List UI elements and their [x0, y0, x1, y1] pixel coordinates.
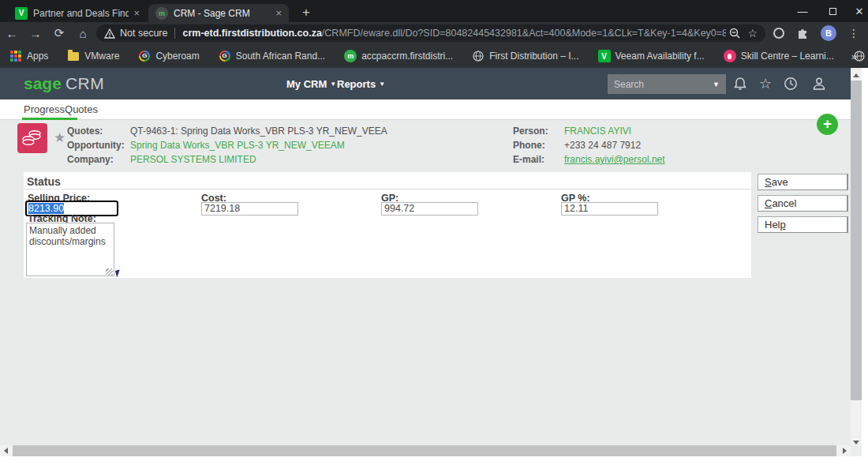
new-tab-button[interactable]: +	[297, 3, 316, 22]
bookmark-veeam[interactable]: V Veeam Availability f...	[598, 50, 705, 62]
quotes-label: Quotes:	[67, 124, 103, 138]
apps-grid-icon	[9, 50, 22, 62]
page-bottom-strip	[0, 456, 862, 465]
profile-avatar[interactable]: B	[821, 25, 836, 41]
bookmark-accpaccrm[interactable]: m accpaccrm.firstdistri...	[344, 50, 453, 62]
scroll-up-icon[interactable]	[853, 73, 859, 77]
recent-clock-icon[interactable]	[783, 76, 799, 92]
close-tab-icon[interactable]: ×	[133, 7, 140, 19]
crm-tab-row: ProgressQuotes	[0, 99, 851, 120]
tab-title: Partner and Deals Finder	[33, 8, 129, 19]
url-text[interactable]: crm-etd.firstdistribution.co.za/CRMFD/ew…	[182, 28, 726, 39]
crm-logo-text: CRM	[65, 74, 104, 92]
menu-reports[interactable]: Reports▼	[337, 78, 385, 90]
extension-icon[interactable]	[773, 28, 784, 39]
person-link[interactable]: FRANCIS AYIVI	[564, 124, 631, 138]
tab-progressquotes[interactable]: ProgressQuotes	[24, 103, 98, 115]
zoom-out-page-icon[interactable]	[729, 28, 741, 39]
close-tab-icon[interactable]: ×	[275, 7, 282, 19]
help-button[interactable]: Help	[758, 216, 848, 233]
search-input[interactable]: Search ▼	[608, 74, 726, 94]
quote-coins-icon	[17, 123, 47, 153]
favorite-star-icon[interactable]: ★	[54, 129, 65, 146]
browser-tab-partner-deals[interactable]: V Partner and Deals Finder ×	[8, 4, 147, 22]
resize-handle[interactable]	[106, 268, 113, 276]
phone-label: Phone:	[513, 138, 545, 152]
phone-value: +233 24 487 7912	[564, 138, 641, 152]
save-button[interactable]: Save	[758, 174, 848, 190]
email-label: E-mail:	[513, 152, 544, 167]
browser-tabstrip: V Partner and Deals Finder × m CRM - Sag…	[0, 0, 868, 22]
opportunity-link[interactable]: Spring Data Works_VBR PLS-3 YR_NEW_VEEAM	[130, 138, 345, 152]
add-new-button[interactable]: +	[817, 114, 838, 135]
address-bar[interactable]: Not secure crm-etd.firstdistribution.co.…	[96, 24, 765, 42]
person-label: Person:	[513, 124, 548, 138]
window-close-button[interactable]: ✕	[846, 0, 868, 22]
gp-percent-input[interactable]: 12.11	[561, 202, 658, 216]
sage-logo-text: sage	[24, 74, 62, 92]
bookmark-south-african-rand[interactable]: South African Rand...	[219, 50, 325, 62]
button-text: ancel	[772, 197, 796, 209]
url-path: /CRMFD/eware.dll/Do?SID=80482445432981&A…	[322, 28, 727, 39]
button-accesskey: C	[765, 197, 772, 209]
bookmark-cyberoam[interactable]: Cyberoam	[138, 50, 199, 62]
browser-window: V Partner and Deals Finder × m CRM - Sag…	[0, 0, 868, 465]
cancel-button[interactable]: Cancel	[758, 195, 848, 212]
browser-tab-crm-active[interactable]: m CRM - Sage CRM ×	[148, 4, 289, 22]
bookmark-label: accpaccrm.firstdistri...	[361, 51, 453, 62]
bookmark-skill-centre[interactable]: Skill Centre – Learni...	[724, 50, 834, 62]
accpac-favicon-icon: m	[344, 50, 357, 62]
button-text: ave	[772, 176, 788, 188]
email-link[interactable]: francis.ayivi@persol.net	[564, 152, 665, 167]
google-icon	[219, 50, 231, 62]
company-label: Company:	[67, 152, 114, 167]
notifications-bell-icon[interactable]	[732, 76, 748, 92]
panel-title: Status	[27, 175, 61, 188]
tracking-note-textarea[interactable]: Manually added discounts/margins	[26, 223, 114, 276]
chevron-down-icon: ▼	[330, 81, 336, 88]
scroll-right-icon[interactable]	[843, 448, 847, 454]
bookmark-apps[interactable]: Apps	[9, 50, 48, 62]
vertical-scrollbar-thumb[interactable]	[851, 81, 862, 400]
home-icon[interactable]: ⌂	[71, 27, 95, 40]
not-secure-warning-icon[interactable]	[104, 28, 115, 39]
crm-favicon-icon: m	[155, 7, 168, 20]
browser-menu-icon[interactable]: ⋮	[848, 27, 859, 39]
back-icon[interactable]: ←	[0, 27, 24, 40]
skill-centre-favicon-icon	[724, 50, 736, 62]
company-link[interactable]: PERSOL SYSTEMS LIMITED	[130, 152, 256, 167]
chevron-down-icon[interactable]: ▼	[713, 81, 720, 88]
quote-context-banner: ★ Quotes: QT-9463-1: Spring Data Works_V…	[0, 121, 851, 172]
forward-icon[interactable]: →	[24, 27, 47, 40]
bookmarks-overflow-button[interactable]: »	[851, 51, 857, 62]
window-minimize-button[interactable]: —	[789, 0, 816, 22]
browser-toolbar: ← → ⟳ ⌂ Not secure crm-etd.firstdistribu…	[0, 22, 868, 44]
extensions-area: B ⋮	[773, 25, 859, 41]
status-panel: Status Selling Price: 8213.90 Cost: 7219…	[24, 172, 751, 278]
window-restore-button[interactable]	[819, 0, 846, 22]
profile-person-icon[interactable]	[811, 76, 827, 92]
puzzle-extension-icon[interactable]	[796, 27, 809, 39]
menu-my-crm[interactable]: My CRM▼	[286, 78, 336, 90]
scroll-down-icon[interactable]	[853, 441, 859, 444]
cost-input[interactable]: 7219.18	[201, 202, 298, 216]
scroll-left-icon[interactable]	[4, 448, 8, 454]
favorites-star-icon[interactable]: ☆	[758, 76, 773, 92]
globe-icon	[472, 50, 485, 62]
bookmark-vmware[interactable]: VMware	[67, 50, 119, 62]
horizontal-scrollbar-thumb[interactable]	[13, 445, 836, 456]
bookmark-label: South African Rand...	[236, 51, 325, 62]
veeam-favicon-icon: V	[15, 7, 28, 20]
bookmark-label: Skill Centre – Learni...	[741, 51, 834, 62]
menu-label: Reports	[337, 78, 376, 90]
button-text: Hel	[765, 219, 780, 231]
reload-icon[interactable]: ⟳	[47, 26, 71, 40]
search-placeholder: Search	[614, 79, 709, 90]
window-edge	[862, 68, 868, 465]
vertical-scrollbar[interactable]	[851, 69, 862, 448]
gp-input[interactable]: 994.72	[381, 202, 478, 216]
not-secure-label: Not secure	[120, 28, 167, 39]
bookmark-star-icon[interactable]: ☆	[747, 27, 758, 39]
horizontal-scrollbar[interactable]	[0, 445, 851, 456]
bookmark-first-distribution[interactable]: First Distribution – I...	[472, 50, 578, 62]
